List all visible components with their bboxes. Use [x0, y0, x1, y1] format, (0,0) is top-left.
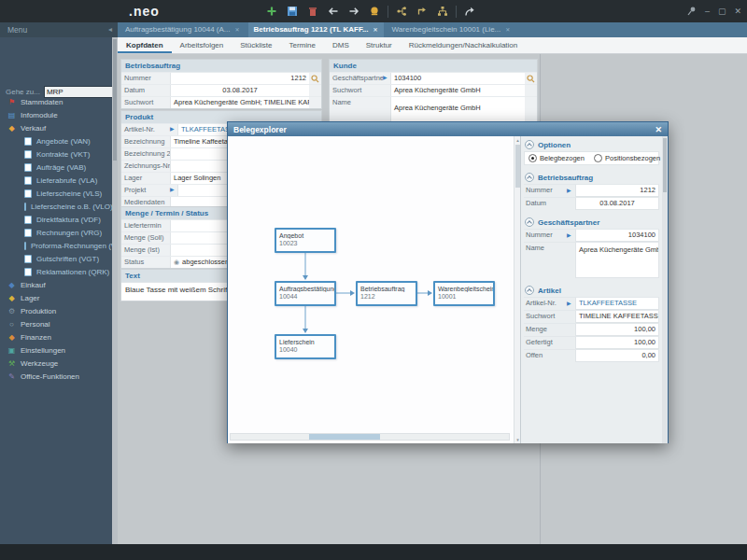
- scrollbar-thumb[interactable]: [309, 434, 380, 440]
- back-icon[interactable]: [326, 4, 341, 19]
- dialog-close-icon[interactable]: ✕: [655, 125, 668, 134]
- sidebar-item-verkauf[interactable]: ◆Verkauf: [0, 121, 112, 134]
- scrollbar-thumb[interactable]: [113, 39, 117, 161]
- link-arrow-icon[interactable]: ▶: [567, 185, 575, 197]
- kunde-section: Kunde Geschäftspartner ▶ 1034100 Suchwor…: [329, 59, 538, 122]
- subtab-rueckmeldungen[interactable]: Rückmeldungen/Nachkalkulation: [401, 37, 527, 53]
- gp-name-value[interactable]: Aprea Küchengeräte GmbH: [575, 243, 659, 278]
- flow-node-auftragsbestaetigung[interactable]: Auftragsbestätigung 10044: [275, 281, 336, 306]
- link-arrow-icon[interactable]: ▶: [170, 185, 177, 196]
- flow-node-warenbegleitschein[interactable]: Warenbegleitschein 10001: [433, 281, 495, 306]
- dialog-titlebar[interactable]: Belegexplorer ✕: [228, 122, 668, 136]
- kunde-suchwort-value[interactable]: Aprea Küchengeräte GmbH: [390, 85, 525, 96]
- canvas-horizontal-scrollbar[interactable]: [230, 433, 510, 441]
- tab-warenbegleitschein[interactable]: Warenbegleitschein 10001 (Lie... ✕: [387, 22, 516, 37]
- tab-close-icon[interactable]: ✕: [235, 22, 240, 37]
- add-icon[interactable]: [264, 4, 279, 19]
- collapse-icon[interactable]: [525, 286, 534, 295]
- radio-belegbezogen[interactable]: Belegbezogen: [529, 154, 585, 162]
- pin-icon[interactable]: [686, 6, 697, 18]
- share-icon[interactable]: [462, 4, 477, 19]
- sidebar-item-rechnungen[interactable]: Rechnungen (VRG): [0, 226, 112, 239]
- gp-nummer-value[interactable]: 1034100: [575, 230, 659, 242]
- canvas-vertical-scrollbar[interactable]: ▴ ▾: [514, 136, 520, 443]
- panel-scrollbar[interactable]: [662, 136, 668, 443]
- sidebar-item-angebote[interactable]: Angebote (VAN): [0, 134, 112, 147]
- flow-node-lieferschein[interactable]: Lieferschein 10040: [275, 334, 336, 359]
- art-menge-value[interactable]: 100,00: [575, 324, 659, 336]
- menu-collapse-icon[interactable]: ◂: [108, 22, 112, 37]
- collapse-icon[interactable]: [525, 173, 534, 182]
- geschaeftspartner-value[interactable]: 1034100: [390, 73, 525, 84]
- art-suchwort-value[interactable]: TIMELINE KAFFEETASSE: [575, 311, 659, 323]
- radio-positionsbezogen[interactable]: Positionsbezogen: [594, 154, 660, 162]
- art-offen-value[interactable]: 0,00: [575, 350, 659, 362]
- workflow-branch-icon[interactable]: [394, 4, 409, 19]
- subtab-arbeitsfolgen[interactable]: Arbeitsfolgen: [172, 37, 233, 53]
- ba-datum-value[interactable]: 03.08.2017: [575, 198, 659, 210]
- sidebar-item-gutschriften[interactable]: Gutschriften (VGT): [0, 252, 112, 265]
- suchwort-value[interactable]: Aprea Küchengeräte GmbH; TIMELINE KAFFEE: [170, 97, 309, 108]
- link-arrow-icon[interactable]: ▶: [383, 73, 390, 84]
- maximize-icon[interactable]: ▢: [718, 7, 726, 16]
- sidebar-item-stammdaten[interactable]: ⚑Stammdaten: [0, 95, 112, 108]
- art-nr-value[interactable]: TLKAFFEETASSE: [575, 298, 659, 310]
- menu-panel-header[interactable]: Menu ◂: [0, 22, 118, 37]
- forward-icon[interactable]: [346, 4, 361, 19]
- tab-betriebsauftrag[interactable]: Betriebsauftrag 1212 (TL KAFF... ✕: [248, 22, 384, 37]
- sidebar-item-reklamationen[interactable]: Reklamationen (QRK): [0, 265, 112, 278]
- art-gefertigt-value[interactable]: 100,00: [575, 337, 659, 349]
- sidebar-item-auftraege[interactable]: Aufträge (VAB): [0, 161, 112, 174]
- tab-close-icon[interactable]: ✕: [374, 22, 378, 37]
- ba-nummer-value[interactable]: 1212: [575, 185, 659, 197]
- sidebar-item-einstellungen[interactable]: ▣Einstellungen: [0, 343, 112, 357]
- sidebar-item-lieferscheine[interactable]: Lieferscheine (VLS): [0, 187, 112, 200]
- collapse-icon[interactable]: [525, 217, 534, 227]
- sidebar-item-finanzen[interactable]: ◆Finanzen: [0, 330, 112, 343]
- search-icon[interactable]: [309, 73, 321, 84]
- sidebar-item-direktfaktura[interactable]: Direktfaktura (VDF): [0, 213, 112, 226]
- document-flow-canvas[interactable]: Angebot 10023 Auftragsbestätigung 10044 …: [228, 136, 514, 443]
- sidebar-item-produktion[interactable]: ⚙Produktion: [0, 304, 112, 317]
- subtab-stueckliste[interactable]: Stückliste: [232, 37, 280, 53]
- link-arrow-icon[interactable]: ▶: [170, 124, 177, 135]
- sidebar-item-werkzeuge[interactable]: ⚒Werkzeuge: [0, 357, 112, 370]
- save-icon[interactable]: [285, 4, 300, 19]
- minimize-icon[interactable]: –: [705, 7, 710, 16]
- datum-value[interactable]: 03.08.2017: [170, 85, 309, 96]
- geschaeftspartner-header[interactable]: Geschäftspartner: [521, 214, 662, 229]
- sidebar-item-infomodule[interactable]: ▤Infomodule: [0, 108, 112, 121]
- tab-auftragsbestaetigung[interactable]: Auftragsbestätigung 10044 (A... ✕: [120, 22, 246, 37]
- flow-node-angebot[interactable]: Angebot 10023: [275, 228, 336, 253]
- betriebsauftrag-header[interactable]: Betriebsauftrag: [521, 169, 662, 184]
- optionen-header[interactable]: Optionen: [521, 136, 662, 151]
- subtab-dms[interactable]: DMS: [324, 37, 358, 53]
- subtab-kopfdaten[interactable]: Kopfdaten: [118, 37, 172, 53]
- link-arrow-icon[interactable]: ▶: [567, 298, 575, 310]
- subtab-termine[interactable]: Termine: [281, 37, 324, 53]
- search-icon[interactable]: [525, 73, 537, 84]
- sidebar-item-kontrakte[interactable]: Kontrakte (VKT): [0, 147, 112, 161]
- subtab-struktur[interactable]: Struktur: [358, 37, 401, 53]
- tab-close-icon[interactable]: ✕: [505, 22, 510, 37]
- flow-node-betriebsauftrag[interactable]: Betriebsauftrag 1212: [356, 281, 417, 306]
- sidebar-item-lieferabrufe[interactable]: Lieferabrufe (VLA): [0, 174, 112, 187]
- sidebar-item-personal[interactable]: ○Personal: [0, 317, 112, 330]
- delete-icon[interactable]: [305, 4, 320, 19]
- notifications-icon[interactable]: [367, 4, 382, 19]
- close-icon[interactable]: ✕: [734, 7, 741, 16]
- sitemap-icon[interactable]: [435, 4, 450, 19]
- link-arrow-icon[interactable]: ▶: [567, 230, 575, 242]
- redo-icon[interactable]: [415, 4, 430, 19]
- sidebar-item-einkauf[interactable]: ◆Einkauf: [0, 278, 112, 291]
- sidebar-item-proforma-rechnungen[interactable]: Proforma-Rechnungen (VPR): [0, 239, 112, 252]
- collapse-icon[interactable]: [525, 140, 534, 149]
- kunde-name-value[interactable]: Aprea Küchengeräte GmbH: [390, 97, 525, 121]
- sidebar-item-lager[interactable]: ◆Lager: [0, 291, 112, 304]
- sidebar-item-lieferscheine-ob[interactable]: Lieferscheine o.B. (VLO): [0, 200, 112, 213]
- nummer-value[interactable]: 1212: [170, 73, 309, 84]
- radio-unselected-icon: [594, 154, 602, 162]
- sidebar-item-office-funktionen[interactable]: ✎Office-Funktionen: [0, 370, 112, 383]
- scrollbar-thumb[interactable]: [663, 138, 667, 192]
- artikel-header[interactable]: Artikel: [521, 282, 662, 297]
